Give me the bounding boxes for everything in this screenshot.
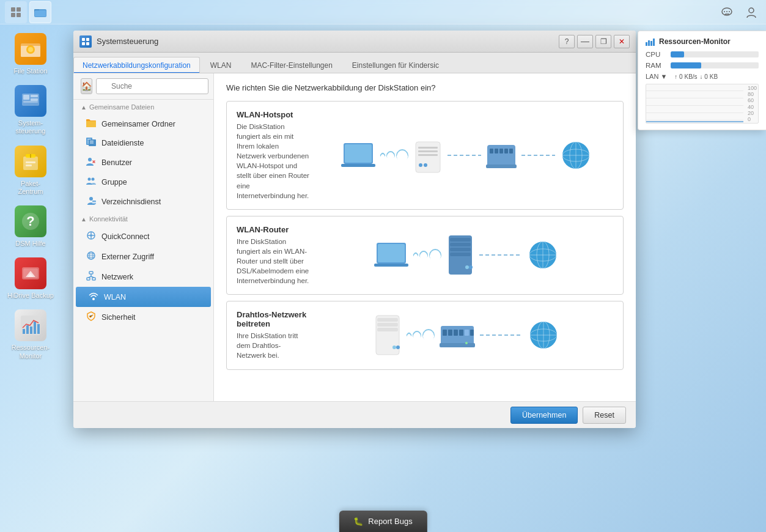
window-logo bbox=[79, 35, 92, 48]
close-button[interactable]: ✕ bbox=[614, 35, 630, 48]
svg-rect-118 bbox=[454, 330, 458, 336]
section-header-konnektivitaet[interactable]: ▲ Konnektivität bbox=[73, 212, 213, 226]
svg-rect-100 bbox=[450, 253, 471, 256]
section-label-konnektivitaet: Konnektivität bbox=[89, 215, 128, 223]
tab-kinder[interactable]: Einstellungen für Kindersic bbox=[343, 57, 448, 73]
cpu-bar-track bbox=[671, 51, 759, 57]
home-button[interactable]: 🏠 bbox=[81, 78, 92, 94]
ram-label: RAM bbox=[646, 62, 667, 69]
tab-netzwerk[interactable]: Netzwerkabbildungskonfiguration bbox=[73, 57, 200, 73]
systemsteuerung-label: System-steuerung bbox=[16, 119, 46, 135]
externer-zugriff-label: Externer Zugriff bbox=[101, 253, 154, 261]
option-card-hotspot[interactable]: WLAN-Hotspot Die DiskStation fungiert al… bbox=[226, 101, 624, 210]
sidebar-item-wlan[interactable]: WLAN bbox=[76, 287, 211, 307]
desktop-icon-ressourcen[interactable]: Ressourcen-Monitor bbox=[0, 306, 61, 363]
svg-point-50 bbox=[89, 197, 93, 201]
sidebar-item-dateidienste[interactable]: Dateidienste bbox=[73, 133, 213, 152]
svg-rect-36 bbox=[82, 38, 85, 41]
drahtlos-desc: Ihre DiskStation tritt dem Drahtlos-Netz… bbox=[237, 331, 310, 360]
svg-rect-130 bbox=[650, 41, 652, 46]
minimize-button2[interactable]: — bbox=[577, 35, 593, 48]
section-header-gemeinsame[interactable]: ▲ Gemeinsame Dateien bbox=[73, 100, 213, 114]
chart-labels: 100 80 60 40 20 0 bbox=[748, 84, 757, 123]
svg-rect-85 bbox=[499, 149, 503, 153]
svg-rect-77 bbox=[418, 150, 438, 152]
sicherheit-icon bbox=[86, 311, 97, 323]
filestation-taskbar-icon[interactable] bbox=[29, 1, 51, 23]
search-input[interactable] bbox=[96, 78, 208, 94]
desktop-icon-dsmhilfe[interactable]: ? DSM Hilfe bbox=[0, 202, 61, 251]
svg-rect-76 bbox=[418, 147, 438, 149]
desktop-icon-filestation[interactable]: File Station bbox=[0, 29, 61, 79]
desktop-icon-paketzentrum[interactable]: Paket-Zentrum bbox=[0, 142, 61, 199]
desktop-icon-hidrive[interactable]: HiDrive Backup bbox=[0, 254, 61, 303]
chevron-icon: ▲ bbox=[81, 104, 87, 111]
gruppe-label: Gruppe bbox=[101, 178, 127, 187]
sidebar-item-quickconnect[interactable]: QuickConnect bbox=[73, 226, 213, 246]
option-card-drahtlos[interactable]: Drahtlos-Netzwerk beitreten Ihre DiskSta… bbox=[226, 301, 624, 369]
download-speed: ↓ 0 KB bbox=[700, 73, 718, 80]
report-bugs-label: Report Bugs bbox=[368, 517, 412, 526]
svg-point-101 bbox=[465, 265, 469, 269]
svg-point-112 bbox=[392, 345, 396, 349]
dateidienste-label: Dateidienste bbox=[101, 139, 144, 147]
sidebar-item-verzeichnisdienst[interactable]: Verzeichnisdienst bbox=[73, 191, 213, 212]
svg-rect-98 bbox=[450, 243, 471, 246]
apps-button[interactable] bbox=[5, 1, 27, 23]
taskbar-right bbox=[717, 2, 761, 22]
svg-rect-19 bbox=[31, 98, 38, 101]
svg-point-9 bbox=[726, 11, 727, 12]
minimize-button[interactable]: ? bbox=[559, 35, 575, 48]
desktop-icon-systemsteuerung[interactable]: System-steuerung bbox=[0, 81, 61, 139]
svg-rect-109 bbox=[377, 318, 398, 322]
hotspot-title: WLAN-Hotspot bbox=[237, 110, 310, 119]
chart-label-20: 20 bbox=[748, 110, 757, 116]
sidebar-item-sicherheit[interactable]: Sicherheit bbox=[73, 307, 213, 327]
chart-label-60: 60 bbox=[748, 97, 757, 103]
taskbar bbox=[0, 0, 766, 24]
svg-rect-86 bbox=[504, 149, 508, 153]
dsmhilfe-icon: ? bbox=[15, 205, 46, 237]
svg-point-47 bbox=[88, 158, 92, 161]
bug-icon: 🐛 bbox=[353, 517, 363, 526]
benutzer-label: Benutzer bbox=[101, 158, 132, 167]
reset-button[interactable]: Reset bbox=[583, 407, 626, 424]
svg-point-48 bbox=[88, 178, 91, 181]
svg-rect-84 bbox=[495, 149, 498, 153]
hidrive-icon bbox=[15, 257, 46, 289]
svg-rect-73 bbox=[345, 144, 372, 163]
chart-svg bbox=[646, 84, 743, 123]
sidebar-item-benutzer[interactable]: Benutzer bbox=[73, 152, 213, 172]
router-text: WLAN-Router Ihre DiskStation fungiert al… bbox=[237, 225, 310, 286]
sidebar-item-gemeinsamer-ordner[interactable]: Gemeinsamer Ordner bbox=[73, 114, 213, 133]
svg-rect-99 bbox=[450, 248, 471, 251]
tab-mac[interactable]: MAC-Filter-Einstellungen bbox=[241, 57, 341, 73]
svg-rect-0 bbox=[11, 7, 15, 12]
tab-wlan[interactable]: WLAN bbox=[201, 57, 241, 73]
widget-chart: 100 80 60 40 20 0 bbox=[646, 84, 759, 124]
desktop: File Station System-steuerung bbox=[0, 24, 766, 532]
sidebar-item-gruppe[interactable]: Gruppe bbox=[73, 172, 213, 191]
verzeichnisdienst-icon bbox=[86, 196, 97, 207]
svg-point-71 bbox=[92, 298, 95, 300]
option-card-router[interactable]: WLAN-Router Ihre DiskStation fungiert al… bbox=[226, 216, 624, 295]
svg-line-69 bbox=[89, 276, 92, 278]
svg-rect-1 bbox=[17, 7, 21, 12]
lan-label[interactable]: LAN ▼ bbox=[646, 73, 667, 80]
cpu-label: CPU bbox=[646, 51, 667, 58]
svg-rect-82 bbox=[486, 164, 517, 168]
sidebar-item-netzwerk[interactable]: Netzwerk bbox=[73, 267, 213, 287]
sidebar-item-externer-zugriff[interactable]: Externer Zugriff bbox=[73, 246, 213, 267]
ressourcen-icon bbox=[15, 309, 46, 341]
main-window: Systemsteuerung ? — ❐ ✕ Netzwerkabbildun… bbox=[73, 31, 636, 428]
ressourcen-label: Ressourcen-Monitor bbox=[12, 344, 50, 360]
apply-button[interactable]: Übernehmen bbox=[510, 407, 578, 424]
svg-rect-3 bbox=[17, 13, 21, 17]
restore-button[interactable]: ❐ bbox=[595, 35, 611, 48]
user-icon[interactable] bbox=[742, 2, 761, 22]
report-bugs-button[interactable]: 🐛 Report Bugs bbox=[339, 511, 427, 532]
chat-icon[interactable] bbox=[717, 2, 737, 22]
svg-rect-83 bbox=[490, 149, 493, 153]
cpu-row: CPU bbox=[646, 51, 759, 58]
externer-zugriff-icon bbox=[86, 251, 97, 262]
